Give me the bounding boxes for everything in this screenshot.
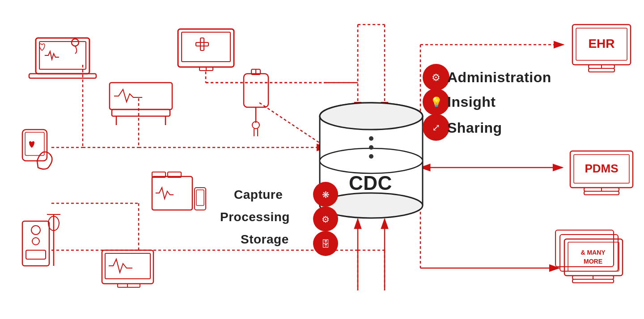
svg-rect-78 [196,190,204,206]
svg-text:🗄: 🗄 [321,239,330,249]
administration-label: Administration [447,69,551,86]
storage-label: Storage [241,232,289,247]
svg-rect-56 [112,109,170,116]
svg-rect-59 [22,130,47,161]
cdc-label: CDC [349,172,392,194]
svg-point-81 [32,238,39,245]
svg-rect-101 [584,191,619,195]
svg-rect-110 [572,279,614,283]
svg-rect-67 [244,74,268,107]
diagram-svg: ⚙ 💡 ⤢ ❋ ⚙ 🗄 [0,0,644,319]
svg-rect-63 [200,38,204,50]
svg-rect-64 [196,42,208,46]
svg-point-33 [320,148,423,173]
svg-text:⚙: ⚙ [322,214,330,224]
svg-point-35 [320,103,423,130]
svg-text:MORE: MORE [584,258,602,265]
diagram-container: ⚙ 💡 ⤢ ❋ ⚙ 🗄 [0,0,644,319]
svg-rect-62 [182,32,230,62]
svg-point-37 [369,145,373,150]
svg-text:❋: ❋ [322,190,330,200]
svg-text:PDMS: PDMS [585,162,618,175]
capture-label: Capture [234,188,283,202]
insight-label: Insight [447,94,496,110]
svg-point-38 [369,154,373,159]
svg-point-80 [31,226,40,235]
svg-text:& MANY: & MANY [580,249,606,256]
svg-line-7 [259,103,326,147]
svg-text:💡: 💡 [430,96,443,108]
svg-text:⤢: ⤢ [432,122,440,133]
svg-rect-95 [589,68,614,72]
svg-text:⚙: ⚙ [432,72,441,83]
svg-text:EHR: EHR [588,37,614,50]
svg-point-54 [72,39,79,46]
svg-point-36 [369,136,373,141]
svg-rect-82 [26,250,46,259]
svg-rect-60 [25,132,44,155]
processing-label: Processing [220,210,290,224]
svg-rect-51 [36,38,89,74]
sharing-label: Sharing [447,120,502,136]
